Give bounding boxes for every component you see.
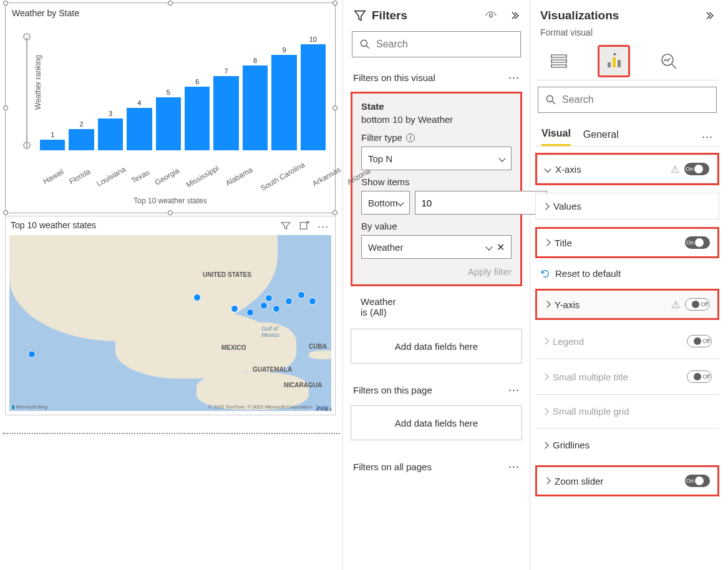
map-terms-link[interactable]: Terms <box>315 404 329 410</box>
analytics-tab[interactable] <box>653 45 685 77</box>
bar[interactable] <box>156 97 181 150</box>
chevron-right-icon <box>541 408 548 415</box>
collapse-pane-icon[interactable] <box>703 10 714 21</box>
zoom-toggle[interactable]: On <box>685 475 710 487</box>
section-more-icon[interactable]: ··· <box>508 460 520 473</box>
chevron-right-icon <box>543 239 550 246</box>
svg-point-11 <box>662 54 673 65</box>
show-items-count-input[interactable] <box>415 191 547 215</box>
bars-area: 1 2 3 4 5 6 7 8 9 10 <box>40 37 326 150</box>
resize-handle[interactable] <box>3 105 8 110</box>
bar[interactable] <box>301 44 326 150</box>
tab-general[interactable]: General <box>583 129 619 145</box>
filter-card-weather[interactable]: Weather is (All) <box>351 291 522 322</box>
map-point[interactable] <box>265 294 273 302</box>
bar[interactable] <box>271 55 296 150</box>
x-tick: Texas <box>130 168 151 185</box>
x-tick: Florida <box>67 167 92 186</box>
x-tick: Georgia <box>153 166 181 186</box>
x-tick: South Carolina <box>259 160 306 193</box>
title-toggle[interactable]: On <box>685 236 710 249</box>
format-visual-tab[interactable] <box>598 45 630 77</box>
format-section-gridlines[interactable]: Gridlines <box>535 432 719 458</box>
bar[interactable] <box>69 129 94 150</box>
filter-icon[interactable] <box>280 220 291 233</box>
bar[interactable] <box>127 108 152 150</box>
build-visual-tab[interactable] <box>543 45 575 77</box>
x-axis-title: Top 10 weather states <box>6 196 335 205</box>
bar[interactable] <box>185 87 210 150</box>
by-value-field-well[interactable]: Weather ✕ <box>361 235 512 259</box>
bar[interactable] <box>213 76 238 150</box>
filter-card-state[interactable]: State bottom 10 by Weather Filter type i… <box>351 92 522 286</box>
resize-handle[interactable] <box>168 1 173 6</box>
y-axis-slider[interactable] <box>26 37 27 148</box>
map-point[interactable] <box>231 305 238 312</box>
map-body[interactable]: UNITED STATES MEXICO CUBA GUATEMALA NICA… <box>9 235 331 411</box>
yaxis-toggle[interactable]: Off <box>685 298 710 311</box>
chevron-down-icon[interactable] <box>485 243 492 250</box>
tab-visual[interactable]: Visual <box>541 128 571 146</box>
map-visual[interactable]: Top 10 weather states ··· UNITED STATES … <box>5 216 336 415</box>
section-more-icon[interactable]: ··· <box>508 71 520 84</box>
x-axis-labels: Hawaii Florida Louisiana Texas Georgia M… <box>40 173 326 181</box>
filter-summary: bottom 10 by Weather <box>361 114 512 125</box>
y-axis-slider-max[interactable] <box>23 33 31 41</box>
more-options-icon[interactable]: ··· <box>318 220 329 233</box>
map-point[interactable] <box>298 291 305 299</box>
format-search-input[interactable] <box>562 94 710 105</box>
map-point[interactable] <box>28 350 36 358</box>
map-point[interactable] <box>285 297 293 305</box>
filter-type-select[interactable]: Top N <box>361 147 512 170</box>
chevron-right-icon <box>541 442 548 448</box>
resize-handle[interactable] <box>332 210 337 215</box>
resize-handle[interactable] <box>168 210 173 215</box>
bar-chart-visual[interactable]: Weather by State Weather ranking 1 2 3 4… <box>5 2 336 213</box>
map-point[interactable] <box>193 294 201 301</box>
filters-search[interactable] <box>352 31 521 57</box>
show-items-direction-select[interactable]: Bottom <box>361 191 410 215</box>
y-axis-slider-min[interactable] <box>23 142 31 149</box>
format-section-zoom[interactable]: Zoom slider On <box>535 465 719 496</box>
resize-handle[interactable] <box>332 105 337 110</box>
by-value-label: By value <box>361 221 512 231</box>
map-point[interactable] <box>260 302 268 309</box>
map-point[interactable] <box>273 305 280 312</box>
section-more-icon[interactable]: ··· <box>508 384 520 397</box>
add-fields-well-visual[interactable]: Add data fields here <box>351 329 522 364</box>
format-section-yaxis[interactable]: Y-axis ⚠ Off <box>535 289 719 320</box>
bar-label: 5 <box>167 89 170 96</box>
map-point[interactable] <box>246 309 254 316</box>
focus-mode-icon[interactable] <box>299 220 310 233</box>
resize-handle[interactable] <box>3 1 8 6</box>
svg-rect-10 <box>618 60 621 67</box>
apply-filter-button[interactable]: Apply filter <box>361 266 512 277</box>
format-section-title[interactable]: Title On <box>535 227 719 258</box>
filters-search-input[interactable] <box>376 39 514 50</box>
format-section-xaxis[interactable]: X-axis ⚠ On <box>537 155 717 183</box>
map-point[interactable] <box>309 297 316 305</box>
format-search[interactable] <box>538 87 717 113</box>
map-country-label: GUATEMALA <box>253 366 292 373</box>
show-hide-icon[interactable] <box>485 9 497 22</box>
info-icon[interactable]: i <box>406 133 415 142</box>
chevron-right-icon <box>543 301 550 307</box>
resize-handle[interactable] <box>332 1 337 6</box>
bar[interactable] <box>243 65 268 150</box>
collapse-pane-icon[interactable] <box>508 10 520 21</box>
tabs-more-icon[interactable]: ··· <box>702 130 713 143</box>
warning-icon: ⚠ <box>671 163 679 175</box>
format-section-values[interactable]: Values <box>535 193 719 220</box>
add-fields-well-page[interactable]: Add data fields here <box>351 405 522 440</box>
format-visual-subhead: Format visual <box>530 24 724 41</box>
resize-handle[interactable] <box>3 210 8 215</box>
clear-field-icon[interactable]: ✕ <box>497 241 505 253</box>
xaxis-toggle[interactable]: On <box>684 163 709 175</box>
chevron-right-icon <box>541 373 548 380</box>
bar[interactable] <box>40 140 65 150</box>
bar-label: 1 <box>51 131 54 138</box>
funnel-icon <box>353 9 367 22</box>
reset-to-default[interactable]: Reset to default <box>530 262 724 285</box>
map-logo: ▮ Microsoft Bing <box>12 404 47 410</box>
bar[interactable] <box>98 118 123 150</box>
